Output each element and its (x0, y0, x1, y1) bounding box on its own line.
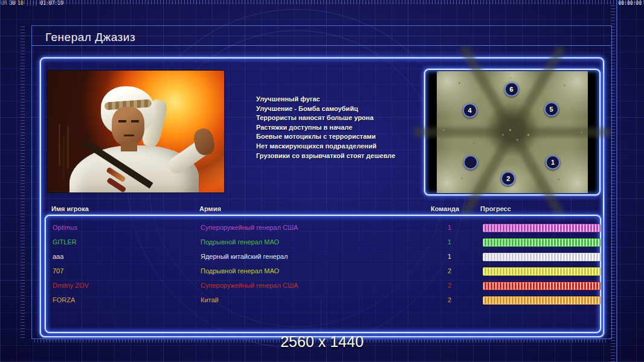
player-name: 707 (53, 267, 63, 275)
player-progress-bar (483, 282, 601, 290)
player-army: Подрывной генерал МАО (201, 267, 279, 275)
player-row: FORZA Китай 2 (46, 293, 600, 308)
game-clock: 00:00:00 (618, 1, 642, 7)
player-name: GITLER (53, 238, 77, 246)
blueprint-edge-line (616, 0, 617, 362)
player-army: Ядерный китайский генерал (201, 253, 288, 260)
map-preview: 64512 (424, 69, 601, 195)
player-name: FORZA (53, 296, 75, 303)
player-team: 1 (425, 238, 474, 246)
general-portrait (47, 70, 225, 193)
bonus-line: Улучшенный фугас (256, 95, 429, 104)
player-team: 2 (425, 267, 474, 275)
player-team: 2 (425, 282, 474, 289)
player-progress-bar (483, 267, 601, 276)
map-start-marker: 4 (463, 103, 477, 118)
player-progress-bar (483, 253, 601, 261)
loading-screen: UR3010||||01:07:19 00:00:00 Генерал Джаз… (0, 0, 644, 362)
player-rows: Optimus Супероружейный генерал США 1 GIT… (46, 221, 600, 308)
player-progress-bar (483, 224, 601, 232)
portrait-mouth (124, 135, 134, 136)
ruler-top (0, 0, 644, 4)
map-terrain: 64512 (437, 71, 588, 193)
player-progress-bar (483, 238, 601, 247)
bonus-line: Террористы наносят больше урона (256, 113, 429, 123)
page-title: Генерал Джазиз (45, 31, 135, 44)
ruler-left (21, 24, 25, 338)
column-header-army: Армия (199, 205, 221, 212)
player-army: Подрывной генерал МАО (201, 238, 279, 246)
player-list-panel: Optimus Супероружейный генерал США 1 GIT… (45, 215, 601, 333)
map-start-marker: 5 (544, 102, 559, 116)
player-name: Optimus (53, 224, 77, 231)
map-start-marker: 1 (546, 155, 560, 170)
portrait-truss (59, 124, 60, 166)
resolution-label: 2560 x 1440 (0, 333, 644, 351)
player-row: GITLER Подрывной генерал МАО 1 (46, 235, 600, 250)
player-army: Супероружейный генерал США (201, 282, 298, 289)
debug-segment: 01:07:19 (40, 1, 63, 6)
player-row: 707 Подрывной генерал МАО 2 (46, 264, 600, 279)
player-name: Dmitriy ZOV (53, 282, 89, 289)
portrait-face (112, 107, 144, 145)
bonus-line: Улучшение - Бомба самоубийц (256, 104, 429, 114)
player-progress-bar (483, 296, 601, 305)
map-trees (437, 71, 439, 73)
player-row: Dmitriy ZOV Супероружейный генерал США 2 (46, 279, 600, 293)
column-header-progress: Прогресс (480, 205, 511, 212)
general-bonus-list: Улучшенный фугасУлучшение - Бомба самоуб… (256, 95, 429, 160)
bonus-line: Боевые мотоциклы с террористами (256, 132, 429, 142)
column-header-team: Команда (431, 205, 459, 212)
map-start-marker: 2 (501, 171, 515, 186)
player-team: 2 (425, 296, 474, 303)
portrait-eyes (118, 120, 126, 122)
debug-segment: UR (1, 1, 7, 6)
bonus-line: Нет маскирующихся подразделений (256, 142, 429, 151)
player-team: 1 (425, 253, 474, 260)
debug-segment: 10 (18, 1, 24, 6)
debug-segment: |||| (26, 1, 37, 6)
map-start-marker: 6 (504, 82, 519, 97)
player-army: Китай (201, 296, 219, 303)
player-row: aaa Ядерный китайский генерал 1 (46, 250, 600, 264)
debug-segment: 30 (10, 1, 16, 6)
debug-timer-overlay: UR3010||||01:07:19 (1, 1, 66, 7)
player-row: Optimus Супероружейный генерал США 1 (46, 221, 600, 235)
player-army: Супероружейный генерал США (201, 224, 298, 231)
portrait-neck (121, 142, 137, 151)
player-team: 1 (425, 224, 474, 231)
player-name: aaa (53, 253, 63, 260)
map-start-marker (463, 155, 478, 170)
bonus-line: Растяжки доступны в начале (256, 123, 429, 133)
bonus-line: Грузовики со взрывчаткой стоят дешевле (256, 151, 429, 161)
column-header-name: Имя игрока (51, 205, 89, 212)
